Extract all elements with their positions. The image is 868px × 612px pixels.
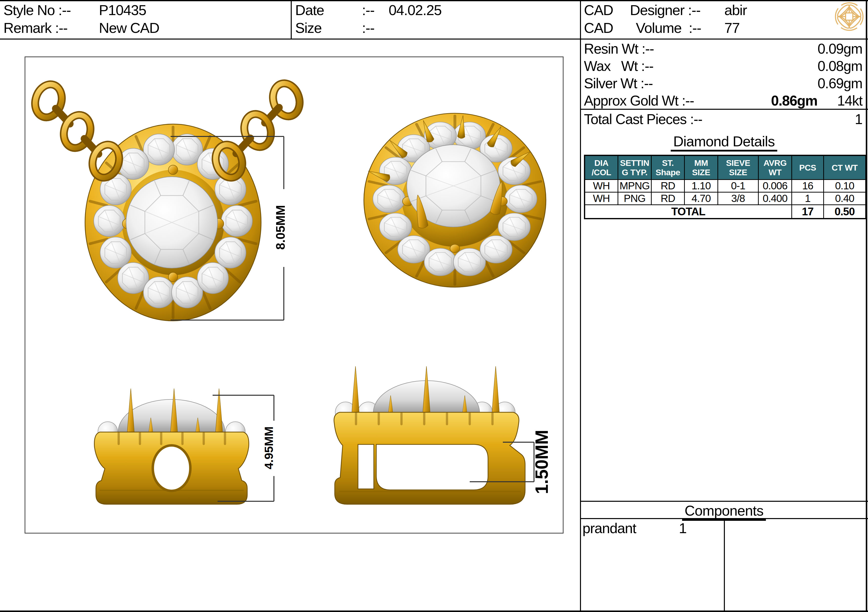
gold-karat: 14kt xyxy=(837,93,862,109)
table-row: WHMPNG RD1.10 0-10.006 160.10 xyxy=(585,180,866,192)
header-divider-1 xyxy=(291,0,292,40)
table-total-label: TOTAL xyxy=(585,205,792,219)
gold-weight-separator xyxy=(581,109,868,110)
cad-drawing-area: 8.05MM 4.95MM 1.50MM xyxy=(0,40,580,612)
component-name: prandant xyxy=(583,520,636,537)
pendant-side-view-profile xyxy=(334,366,525,504)
style-no-label: Style No :-- xyxy=(3,2,71,19)
total-cast-label: Total Cast Pieces :-- xyxy=(584,111,855,127)
cad-designer-prefix: CAD xyxy=(584,2,613,19)
col-header-mm-size: MMSIZE xyxy=(685,155,718,180)
page-top-border xyxy=(0,0,868,1)
table-total-row: TOTAL 17 0.50 xyxy=(585,205,866,219)
cad-volume-value: 77 xyxy=(724,20,740,36)
col-header-dia-col: DIA/COL xyxy=(585,155,618,180)
table-header-row: DIA/COL SETTING TYP. ST.Shape MMSIZE SIE… xyxy=(585,155,866,180)
col-header-setting-type: SETTING TYP. xyxy=(618,155,651,180)
dimension-pendant-depth: 4.95MM xyxy=(262,426,275,469)
gold-weight-label: Approx Gold Wt :-- xyxy=(584,93,771,109)
wax-weight-value: 0.08gm xyxy=(818,58,862,74)
style-no-value: P10435 xyxy=(99,2,146,19)
silver-weight-value: 0.69gm xyxy=(818,75,862,91)
col-header-pcs: PCS xyxy=(792,155,824,180)
cad-designer-label: Designer :-- xyxy=(630,2,701,19)
table-total-pcs: 17 xyxy=(792,205,824,219)
pendant-perspective-view xyxy=(364,113,546,287)
silver-weight-row: Silver Wt :-- 0.69gm xyxy=(584,74,862,92)
cad-volume-prefix: CAD xyxy=(584,20,613,36)
remark-value: New CAD xyxy=(99,20,159,36)
gold-weight-value: 0.86gm xyxy=(771,93,817,109)
page-right-border xyxy=(866,0,867,612)
wax-weight-row: Wax Wt :-- 0.08gm xyxy=(584,57,862,74)
gold-weight-row: Approx Gold Wt :-- 0.86gm 14kt xyxy=(584,92,862,109)
resin-weight-row: Resin Wt :-- 0.09gm xyxy=(584,40,862,57)
component-qty: 1 xyxy=(679,520,687,537)
col-header-avrg-wt: AVRGWT xyxy=(758,155,792,180)
components-column-divider xyxy=(724,518,725,612)
remark-label: Remark :-- xyxy=(3,20,68,36)
right-panel-divider xyxy=(580,0,581,612)
wax-weight-label: Wax Wt :-- xyxy=(584,58,818,74)
total-cast-row: Total Cast Pieces :-- 1 xyxy=(584,111,862,127)
resin-weight-label: Resin Wt :-- xyxy=(584,40,818,57)
components-top-border xyxy=(581,501,868,502)
diamond-details-table: DIA/COL SETTING TYP. ST.Shape MMSIZE SIE… xyxy=(584,155,866,219)
cad-designer-value: abir xyxy=(724,2,747,19)
dimension-bail-opening: 1.50MM xyxy=(532,430,552,494)
table-row: WHPNG RD4.70 3/80.400 10.40 xyxy=(585,192,866,205)
date-value: 04.02.25 xyxy=(389,2,442,19)
cad-volume-label: Volume :-- xyxy=(636,20,701,36)
diamond-details-title: Diamond Details xyxy=(581,133,867,150)
components-title: Components xyxy=(581,502,867,519)
brand-logo-icon xyxy=(834,1,865,32)
col-header-ct-wt: CT WT xyxy=(824,155,866,180)
resin-weight-value: 0.09gm xyxy=(818,40,862,57)
total-cast-value: 1 xyxy=(855,111,862,127)
pendant-side-view-front xyxy=(94,389,249,504)
date-separator: :-- xyxy=(362,2,374,19)
date-label: Date xyxy=(295,2,324,19)
col-header-sieve-size: SIEVESIZE xyxy=(718,155,758,180)
silver-weight-label: Silver Wt :-- xyxy=(584,75,818,91)
dimension-pendant-height: 8.05MM xyxy=(274,205,288,250)
size-label: Size xyxy=(295,20,322,36)
table-total-ctwt: 0.50 xyxy=(824,205,866,219)
size-separator: :-- xyxy=(362,20,374,36)
col-header-stone-shape: ST.Shape xyxy=(651,155,685,180)
cad-spec-sheet: Style No :-- P10435 Date :-- 04.02.25 CA… xyxy=(0,0,868,612)
